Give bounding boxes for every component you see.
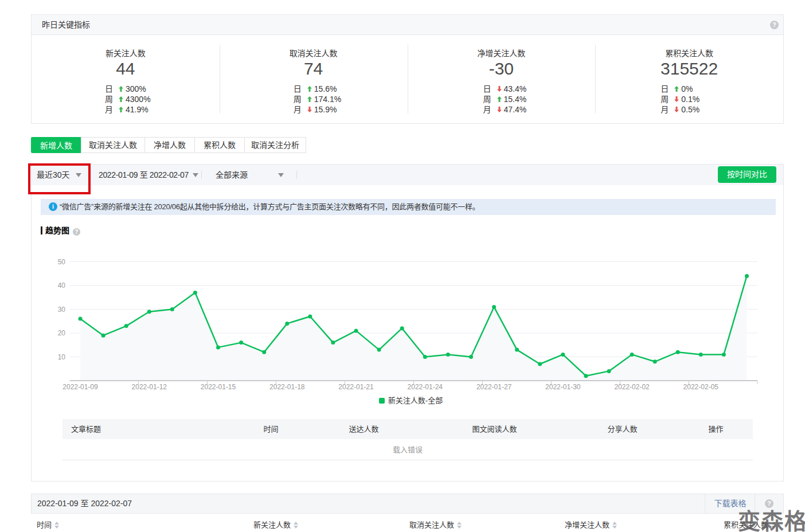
svg-text:2022-01-18: 2022-01-18	[269, 383, 305, 391]
svg-text:2022-01-21: 2022-01-21	[338, 383, 374, 391]
svg-text:2022-02-05: 2022-02-05	[683, 383, 719, 391]
svg-text:30: 30	[58, 306, 66, 314]
svg-text:2022-01-15: 2022-01-15	[201, 383, 236, 391]
svg-text:2022-01-09: 2022-01-09	[62, 383, 98, 391]
svg-text:40: 40	[58, 281, 66, 290]
svg-text:2022-01-27: 2022-01-27	[476, 383, 512, 391]
svg-text:2022-02-02: 2022-02-02	[614, 383, 650, 391]
svg-text:2022-01-12: 2022-01-12	[132, 383, 167, 391]
svg-text:2022-01-24: 2022-01-24	[408, 383, 443, 391]
svg-text:10: 10	[58, 353, 66, 361]
svg-text:20: 20	[58, 329, 66, 337]
svg-text:2022-01-30: 2022-01-30	[545, 383, 581, 391]
svg-text:50: 50	[58, 258, 66, 266]
